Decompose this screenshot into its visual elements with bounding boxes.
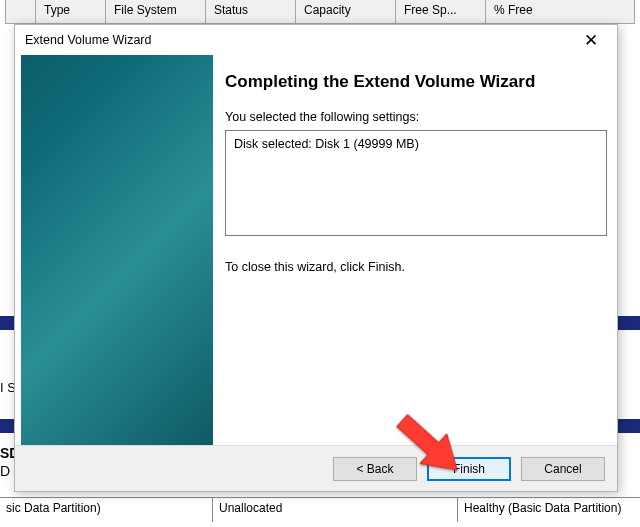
- dm-column-header: Type File System Status Capacity Free Sp…: [5, 0, 635, 24]
- wizard-closing-text: To close this wizard, click Finish.: [225, 260, 607, 274]
- dm-fragment-d: D: [0, 463, 10, 479]
- settings-line: Disk selected: Disk 1 (49999 MB): [234, 137, 598, 151]
- wizard-heading: Completing the Extend Volume Wizard: [225, 71, 607, 92]
- titlebar[interactable]: Extend Volume Wizard ✕: [15, 25, 617, 55]
- extend-volume-wizard-dialog: Extend Volume Wizard ✕ Completing the Ex…: [14, 24, 618, 492]
- partition-cell[interactable]: Unallocated: [213, 498, 458, 522]
- wizard-sidebar-graphic: [21, 55, 213, 445]
- cancel-button[interactable]: Cancel: [521, 457, 605, 481]
- wizard-main: Completing the Extend Volume Wizard You …: [225, 65, 607, 445]
- col-capacity[interactable]: Capacity: [296, 0, 396, 23]
- dialog-body: Completing the Extend Volume Wizard You …: [15, 55, 617, 445]
- close-icon: ✕: [584, 30, 598, 51]
- wizard-intro-text: You selected the following settings:: [225, 110, 607, 124]
- back-button[interactable]: < Back: [333, 457, 417, 481]
- dialog-footer: < Back Finish Cancel: [15, 445, 617, 491]
- settings-summary-box: Disk selected: Disk 1 (49999 MB): [225, 130, 607, 236]
- col-status[interactable]: Status: [206, 0, 296, 23]
- dm-bottom-row: sic Data Partition) Unallocated Healthy …: [0, 497, 640, 522]
- col-filesystem[interactable]: File System: [106, 0, 206, 23]
- dialog-title: Extend Volume Wizard: [25, 33, 571, 47]
- col-type[interactable]: Type: [36, 0, 106, 23]
- col-pctfree[interactable]: % Free: [486, 0, 634, 23]
- finish-button[interactable]: Finish: [427, 457, 511, 481]
- partition-cell[interactable]: Healthy (Basic Data Partition): [458, 498, 640, 522]
- close-button[interactable]: ✕: [571, 26, 611, 54]
- partition-cell[interactable]: sic Data Partition): [0, 498, 213, 522]
- col-freespace[interactable]: Free Sp...: [396, 0, 486, 23]
